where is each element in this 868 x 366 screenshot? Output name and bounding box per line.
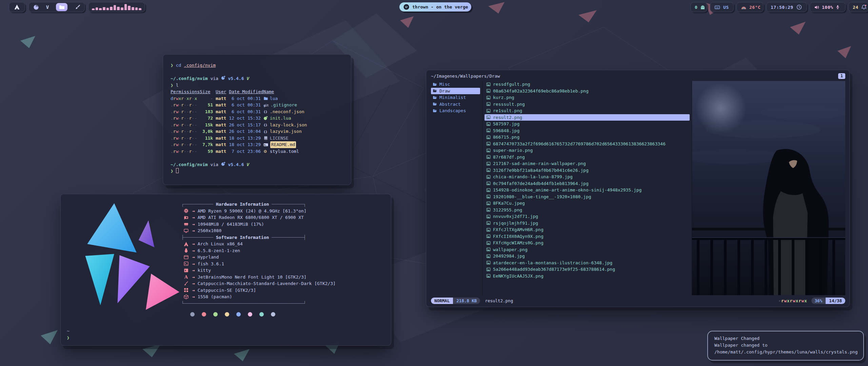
- file-item[interactable]: rsjqojlmjhf91.jpg: [485, 220, 690, 227]
- file-item[interactable]: FXfcJlTXgAMvH6R.png: [485, 226, 690, 233]
- media-player-pill[interactable]: thrown - on the verge: [399, 2, 471, 12]
- file-item[interactable]: re1sult.png: [485, 107, 690, 114]
- tab-badge[interactable]: 1: [838, 73, 845, 79]
- file-item[interactable]: wallpaper.png: [485, 246, 690, 253]
- image-file-icon: [486, 168, 491, 172]
- file-item[interactable]: 68747470733a2f2f696d616765732d7769786d70…: [485, 141, 690, 147]
- clock-icon: [796, 4, 802, 10]
- file-item[interactable]: super-mario.png: [485, 147, 690, 154]
- shell-prompt[interactable]: ~ ❯: [67, 328, 70, 341]
- firefox-workspace-icon[interactable]: [33, 4, 39, 10]
- file-item[interactable]: atardecer-en-la-montanas-ilustracion-634…: [485, 260, 690, 266]
- file-manager-window[interactable]: ~/Imagenes/Wallpapers/Draw 1 MiscDrawMin…: [426, 70, 850, 307]
- directory-item[interactable]: Minimalist: [431, 94, 480, 101]
- file-item[interactable]: 154928-odinokoe_anime-art-anime-okno-sin…: [485, 187, 690, 194]
- file-item[interactable]: 217167-sad-anime-rain-wallpaper.png: [485, 160, 690, 167]
- directory-item[interactable]: Draw: [431, 88, 480, 95]
- microphone-icon: [835, 4, 840, 10]
- notifications-module[interactable]: 24: [848, 2, 868, 12]
- system-information: ┌─────────── Hardware Information ──────…: [181, 201, 385, 307]
- ram-icon: [183, 222, 189, 226]
- mode-indicator: NORMAL: [431, 298, 453, 304]
- image-file-icon: [486, 274, 491, 278]
- palette-dot: [248, 312, 252, 317]
- file-item[interactable]: 20492984.jpg: [485, 253, 690, 260]
- prompt-symbol: ❯: [67, 334, 70, 341]
- image-file-icon: [486, 128, 491, 133]
- arch-logo-icon: [14, 4, 20, 10]
- pkgs-icon: [183, 294, 189, 299]
- info-row: →868x366: [181, 227, 385, 234]
- file-item[interactable]: resssult.png: [485, 101, 690, 108]
- weather-module[interactable]: 26°C: [736, 2, 764, 12]
- scroll-percent: 36%: [811, 298, 826, 304]
- braces-icon: {}: [263, 109, 268, 114]
- directory-item[interactable]: Landscapes: [431, 107, 480, 114]
- fetch-terminal-window[interactable]: ┌─────────── Hardware Information ──────…: [60, 194, 391, 346]
- file-item[interactable]: nnvuv0xj2df71.jpg: [485, 213, 690, 220]
- image-file-icon: [486, 181, 491, 185]
- file-item[interactable]: 5a266e448add93deab367d87173e9f25-6837886…: [485, 266, 690, 273]
- file-item[interactable]: 8FKa7Cu.jpeg: [485, 200, 690, 207]
- svg-text:M↓: M↓: [264, 144, 267, 146]
- directory-item[interactable]: Abstract: [431, 101, 480, 108]
- image-file-icon: [486, 122, 491, 126]
- parent-directory-pane: MiscDrawMinimalistAbstractLandscapes: [431, 81, 482, 295]
- spotify-icon: [403, 4, 409, 10]
- info-row: →10948MiB / 64183MiB (17%): [181, 221, 385, 228]
- keyboard-layout-module[interactable]: US: [710, 2, 734, 12]
- file-item[interactable]: 87r687df.png: [485, 154, 690, 161]
- file-item[interactable]: 866715.png: [485, 134, 690, 141]
- braces-icon: {}: [263, 129, 268, 134]
- notification-popup[interactable]: Wallpaper Changed Wallpaper changed to /…: [707, 331, 864, 361]
- vim-workspace-icon[interactable]: V: [46, 4, 49, 10]
- image-file-icon: [486, 188, 491, 192]
- info-row: →fish 3.6.1: [181, 261, 385, 267]
- image-file-icon: [486, 102, 491, 106]
- keyboard-layout: US: [723, 5, 729, 10]
- clock-module[interactable]: 17:50:29: [766, 2, 807, 12]
- image-file-icon: [486, 148, 491, 152]
- file-item[interactable]: 0c794faf07de24a4db4d4fb1eb813964.jpg: [485, 180, 690, 187]
- file-item[interactable]: kurz.png: [485, 94, 690, 101]
- file-item[interactable]: chica-mirando-la-luna-8799.jpg: [485, 174, 690, 180]
- paintbrush-workspace-icon[interactable]: [75, 4, 80, 10]
- file-item[interactable]: 3122955.png: [485, 207, 690, 214]
- file-item[interactable]: FXfcHgcWIAMzs0G.png: [485, 240, 690, 246]
- file-item[interactable]: 596848.jpg: [485, 127, 690, 134]
- workspace-dock: V: [28, 2, 85, 12]
- files-workspace-active[interactable]: [56, 3, 67, 11]
- info-row: →Hyprland: [181, 254, 385, 261]
- moon-icon: [263, 116, 268, 120]
- graph-bar: [121, 7, 123, 10]
- notification-body: Wallpaper changed to /home/matt/.config/…: [714, 342, 857, 355]
- palette-dot: [213, 312, 218, 317]
- updates-module[interactable]: 0: [690, 2, 707, 12]
- info-row: A→JetBrainsMono Nerd Font Light 10 [GTK2…: [181, 274, 385, 281]
- file-item[interactable]: 19201080-__blue-tinge__-1920×1080.jpg: [485, 194, 690, 200]
- file-listing: PermissionsSizeUserDate ModifiedNamedrwx…: [171, 88, 343, 155]
- graph-bar: [117, 7, 120, 10]
- file-item[interactable]: FXfcII0X0AQyn9X.png: [485, 233, 690, 240]
- file-item[interactable]: 587597.jpg: [485, 121, 690, 127]
- file-item[interactable]: 3126f7e9bbf21a8a4af0b67b041c6e26.jpg: [485, 167, 690, 174]
- open-folder-icon: [433, 96, 437, 100]
- audio-module[interactable]: 100%: [810, 2, 846, 12]
- system-graph-widget[interactable]: [88, 2, 145, 12]
- prompt-input-line[interactable]: ❯: [171, 168, 343, 175]
- terminal-window[interactable]: ❯ cd .config/nvim ~/.config/nvim via v5.…: [163, 54, 351, 185]
- image-file-icon: [486, 162, 491, 166]
- info-box-footer: └───────────────────────────────────────…: [181, 300, 385, 307]
- file-item[interactable]: 08a634fa02a32364f69ebc86a98eb1eb.png: [485, 88, 690, 95]
- file-item[interactable]: result2.png: [485, 114, 690, 121]
- directory-item[interactable]: Misc: [431, 81, 480, 88]
- palette-dot: [236, 312, 241, 317]
- launcher-button[interactable]: [9, 2, 25, 12]
- open-folder-icon: [433, 109, 437, 113]
- image-file-icon: [486, 247, 491, 251]
- info-row: →AMD ATI Radeon RX 6800/6800 XT / 6900 X…: [181, 214, 385, 221]
- file-item[interactable]: ressdfgult.png: [485, 81, 690, 88]
- file-row: .rw-r--r--51matt 6 oct 00:31git.gitignor…: [171, 102, 343, 108]
- file-item[interactable]: EeNKYgIUcAAJ5JX.png: [485, 273, 690, 280]
- desktop: { "topbar": { "launcher": {"icon": "arch…: [0, 0, 868, 366]
